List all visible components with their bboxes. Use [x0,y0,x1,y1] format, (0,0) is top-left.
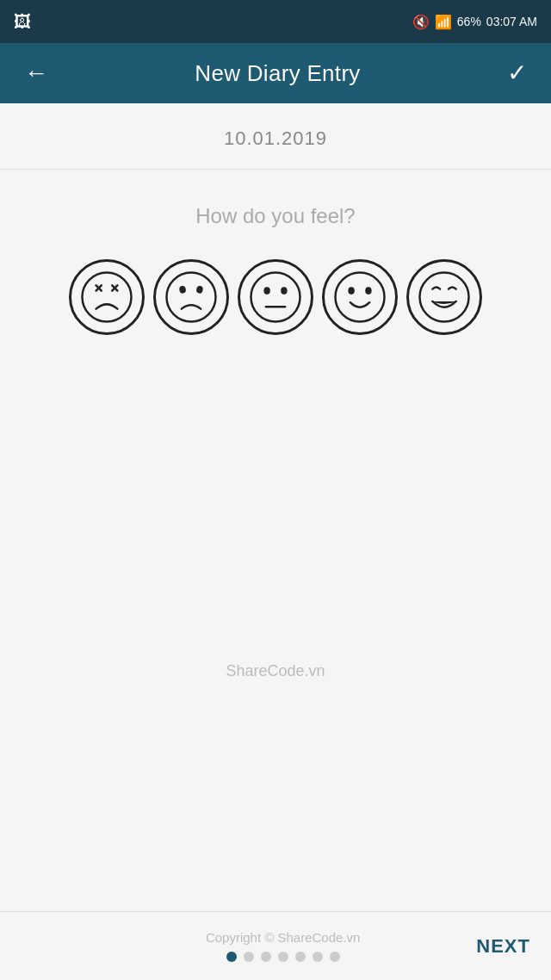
svg-point-7 [196,285,204,294]
mood-very-sad[interactable] [69,259,145,335]
dot-2[interactable] [244,952,254,962]
bottom-bar: Copyright © ShareCode.vn NEXT [0,911,551,980]
main-content: 10.01.2019 How do you feel? [0,103,551,911]
svg-point-6 [179,285,187,294]
dot-6[interactable] [313,952,323,962]
svg-point-9 [263,287,269,295]
confirm-button[interactable]: ✓ [500,54,534,92]
signal-strength: 66% [457,15,481,28]
svg-point-15 [419,272,468,321]
dot-3[interactable] [261,952,271,962]
date-section: 10.01.2019 [0,103,551,170]
mute-icon: 🔇 [412,14,430,30]
svg-point-0 [82,272,131,321]
wifi-icon: 📶 [435,14,452,30]
svg-point-10 [281,287,287,295]
time-display: 03:07 AM [486,15,537,28]
mood-emoji-row [69,259,482,335]
dot-7[interactable] [330,952,340,962]
mood-neutral[interactable] [238,259,313,335]
mood-section: How do you feel? [0,170,551,361]
image-icon: 🖼 [14,12,31,32]
dot-4[interactable] [278,952,288,962]
dot-5[interactable] [295,952,306,962]
watermark-area: ShareCode.vn [0,662,551,680]
svg-point-5 [166,272,215,321]
app-bar: ← New Diary Entry ✓ [0,43,551,103]
watermark-text: ShareCode.vn [226,662,325,680]
next-button[interactable]: NEXT [476,935,530,958]
svg-point-8 [251,272,300,321]
back-button[interactable]: ← [17,54,55,92]
mood-very-happy[interactable] [406,259,482,335]
page-title: New Diary Entry [195,60,360,87]
svg-point-12 [335,272,384,321]
svg-point-13 [348,287,354,295]
dot-1[interactable] [226,952,237,962]
status-bar: 🖼 🔇 📶 66% 03:07 AM [0,0,551,43]
pagination-dots [226,952,340,962]
mood-question-label: How do you feel? [195,204,355,228]
status-bar-left: 🖼 [14,12,31,32]
svg-point-14 [365,287,371,295]
mood-sad[interactable] [153,259,229,335]
mood-happy[interactable] [322,259,398,335]
bottom-center: Copyright © ShareCode.vn [206,930,360,962]
copyright-text: Copyright © ShareCode.vn [206,930,360,945]
entry-date: 10.01.2019 [224,127,327,150]
status-bar-right: 🔇 📶 66% 03:07 AM [412,14,537,30]
